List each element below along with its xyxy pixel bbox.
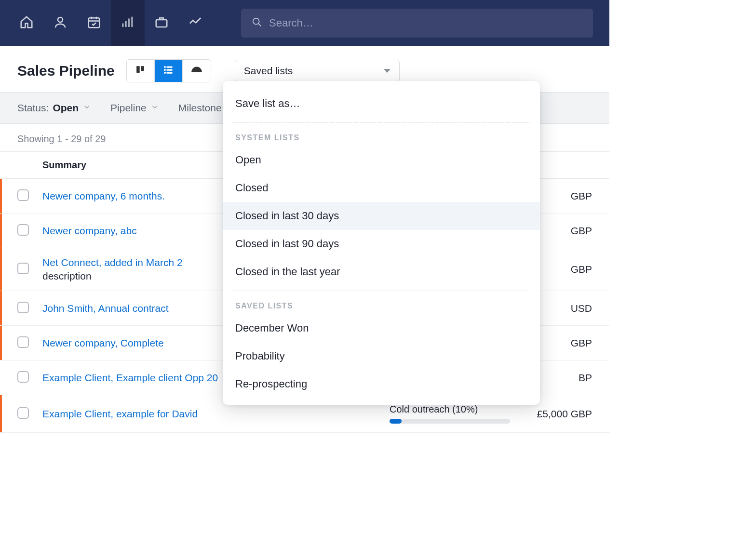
status-bar [0, 179, 2, 213]
svg-rect-11 [167, 72, 172, 73]
saved-lists-dropdown-button[interactable]: Saved lists [235, 60, 400, 82]
svg-rect-5 [141, 67, 144, 71]
global-search[interactable] [241, 9, 593, 38]
nav-cases[interactable] [145, 0, 178, 46]
activity-icon [188, 15, 202, 31]
milestone-label: Cold outreach (10%) [390, 404, 478, 414]
chevron-down-icon [150, 102, 159, 114]
calendar-icon [87, 15, 101, 31]
home-icon [19, 15, 34, 31]
nav-activity[interactable] [178, 0, 212, 46]
kanban-icon [135, 65, 146, 77]
nav-pipeline[interactable] [111, 0, 145, 46]
dd-save-list-as[interactable]: Save list as… [223, 90, 540, 118]
divider [223, 63, 223, 79]
svg-point-8 [164, 69, 166, 70]
filter-pipeline-label: Pipeline [110, 102, 147, 114]
row-value: £5,000 GBP [515, 408, 592, 420]
row-checkbox[interactable] [17, 302, 29, 313]
dd-saved-probability[interactable]: Probability [223, 342, 540, 370]
gauge-icon [190, 64, 203, 78]
dd-system-closed-90[interactable]: Closed in last 90 days [223, 230, 540, 258]
search-input[interactable] [269, 17, 582, 29]
caret-down-icon [384, 69, 390, 73]
svg-rect-9 [167, 69, 172, 70]
top-navbar [0, 0, 609, 46]
divider [232, 122, 530, 123]
filter-milestone-label: Milestone [178, 102, 222, 114]
row-milestone: Cold outreach (10%) [390, 404, 515, 424]
filter-status-label: Status: [17, 102, 49, 114]
row-summary-link[interactable]: Example Client, example for David [42, 408, 390, 420]
briefcase-icon [154, 15, 169, 31]
filter-status-value: Open [53, 102, 79, 114]
row-checkbox[interactable] [17, 336, 29, 348]
nav-home[interactable] [10, 0, 43, 46]
view-list[interactable] [155, 60, 183, 82]
dd-saved-december-won[interactable]: December Won [223, 314, 540, 342]
status-bar [0, 291, 2, 325]
page-title: Sales Pipeline [17, 63, 115, 79]
row-checkbox[interactable] [17, 407, 29, 419]
search-icon [252, 17, 269, 29]
filter-status[interactable]: Status: Open [17, 102, 91, 114]
saved-lists-label: Saved lists [244, 65, 293, 77]
filter-milestone[interactable]: Milestone [178, 102, 222, 114]
dd-system-open[interactable]: Open [223, 146, 540, 174]
svg-point-0 [58, 17, 63, 22]
svg-rect-4 [137, 67, 140, 73]
view-kanban[interactable] [127, 60, 155, 82]
dd-system-closed-30[interactable]: Closed in last 30 days [223, 202, 540, 230]
nav-icons [10, 0, 212, 46]
row-checkbox[interactable] [17, 189, 29, 201]
svg-point-10 [164, 72, 166, 73]
nav-calendar[interactable] [77, 0, 111, 46]
status-bar [0, 213, 2, 248]
dd-heading-saved: SAVED LISTS [223, 296, 540, 314]
status-bar [0, 248, 2, 291]
svg-rect-7 [167, 67, 172, 67]
svg-rect-1 [89, 18, 100, 27]
status-bar [0, 395, 2, 432]
nav-people[interactable] [43, 0, 77, 46]
svg-point-6 [164, 66, 166, 67]
dd-system-closed[interactable]: Closed [223, 174, 540, 202]
svg-rect-2 [156, 20, 167, 27]
dd-heading-system: SYSTEM LISTS [223, 128, 540, 146]
row-checkbox[interactable] [17, 371, 29, 383]
svg-point-3 [253, 18, 259, 24]
row-checkbox[interactable] [17, 224, 29, 236]
saved-lists-dropdown: Save list as… SYSTEM LISTS Open Closed C… [223, 81, 540, 405]
bars-icon [121, 15, 135, 31]
divider [232, 291, 530, 291]
list-icon [162, 64, 174, 78]
chevron-down-icon [82, 102, 91, 114]
dd-system-closed-year[interactable]: Closed in the last year [223, 258, 540, 286]
filter-pipeline[interactable]: Pipeline [110, 102, 159, 114]
milestone-progress [390, 419, 510, 424]
row-checkbox[interactable] [17, 263, 29, 274]
view-toggle [126, 59, 211, 82]
dd-saved-reprospecting[interactable]: Re-prospecting [223, 370, 540, 398]
view-dashboard[interactable] [183, 60, 211, 82]
status-bar [0, 326, 2, 360]
person-icon [53, 15, 67, 31]
